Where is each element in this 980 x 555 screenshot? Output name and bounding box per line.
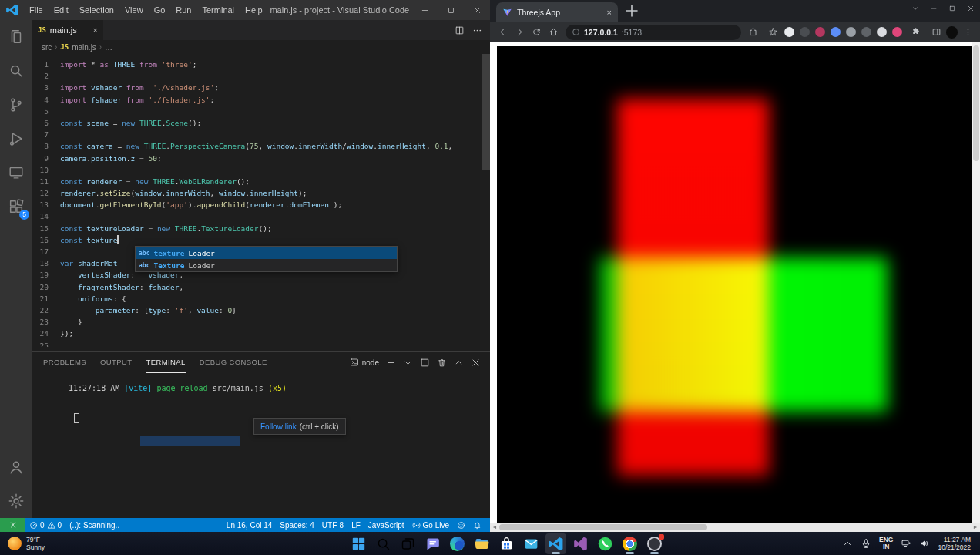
breadcrumb-file[interactable]: main.js (72, 43, 96, 52)
activity-extensions-icon[interactable]: 5 (0, 190, 32, 224)
taskbar-whatsapp-icon[interactable] (595, 533, 616, 554)
taskbar-vscode-icon[interactable] (545, 533, 566, 554)
terminal[interactable]: 11:27:18 AM [vite] page reload src/main.… (32, 373, 490, 519)
taskbar-store-icon[interactable] (496, 533, 517, 554)
remote-indicator[interactable] (0, 518, 25, 532)
activity-settings-icon[interactable] (0, 484, 32, 518)
split-icon[interactable] (420, 358, 430, 368)
activity-search-icon[interactable] (0, 54, 32, 88)
taskbar-mail-icon[interactable] (521, 533, 542, 554)
hidden-icons-chevron[interactable] (842, 538, 853, 549)
tab-close-icon[interactable]: × (93, 25, 98, 35)
extension-gray-gear[interactable] (846, 27, 856, 37)
new-tab-button[interactable] (623, 2, 641, 20)
menu-edit[interactable]: Edit (49, 0, 74, 20)
panel-tab-debug-console[interactable]: DEBUG CONSOLE (200, 352, 267, 373)
weather-widget[interactable]: 79°F Sunny (0, 536, 116, 551)
menu-go[interactable]: Go (149, 0, 171, 20)
tab-search-chevron-icon[interactable] (906, 0, 925, 17)
trash-icon[interactable] (437, 358, 447, 368)
taskbar-task-view-icon[interactable] (398, 533, 418, 554)
menu-file[interactable]: File (24, 0, 49, 20)
problems-indicator[interactable]: 0 0 (25, 521, 65, 530)
follow-link-text[interactable]: Follow link (260, 422, 297, 431)
extension-blue-printer[interactable] (831, 27, 841, 37)
autocomplete-item[interactable]: abcTextureLoader (136, 259, 397, 271)
split-editor-icon[interactable] (455, 25, 465, 35)
activity-explorer-icon[interactable] (0, 20, 32, 54)
page-vertical-scrollbar[interactable] (972, 42, 980, 523)
close-button[interactable] (464, 0, 490, 20)
minimize-button[interactable] (925, 0, 943, 17)
browser-menu-kebab-icon[interactable] (961, 25, 975, 40)
network-icon[interactable] (901, 538, 911, 549)
chevron-down-icon[interactable] (403, 358, 413, 368)
reload-icon[interactable] (529, 25, 544, 40)
profile-avatar[interactable] (946, 26, 958, 39)
taskbar-edge-icon[interactable] (447, 533, 468, 554)
tab-close-icon[interactable]: × (607, 8, 612, 17)
scroll-right-arrow-icon[interactable]: ► (972, 524, 978, 530)
side-panel-icon[interactable] (929, 25, 945, 40)
language-indicator[interactable]: ENG IN (879, 536, 893, 550)
scrollbar-thumb[interactable] (499, 524, 707, 530)
autocomplete-item[interactable]: abctextureLoader (136, 247, 397, 259)
minimize-button[interactable] (411, 0, 438, 20)
microphone-icon[interactable] (861, 538, 871, 549)
extension-white-circle[interactable] (784, 27, 794, 37)
share-icon[interactable] (746, 25, 761, 40)
close-button[interactable] (962, 0, 980, 17)
taskbar-start-icon[interactable] (348, 533, 369, 554)
page-horizontal-scrollbar[interactable]: ◄ ► (490, 523, 980, 532)
clock[interactable]: 11:27 AM 10/21/2022 (938, 536, 971, 551)
activity-source-control-icon[interactable] (0, 88, 32, 122)
status-spaces-4[interactable]: Spaces: 4 (276, 521, 317, 530)
speaker-icon[interactable] (919, 538, 930, 549)
menu-terminal[interactable]: Terminal (197, 0, 240, 20)
status-go-live[interactable]: Go Live (408, 521, 453, 530)
site-info-icon[interactable] (572, 28, 580, 36)
tab-main-js[interactable]: JS main.js × (32, 20, 103, 40)
plus-icon[interactable] (386, 358, 396, 368)
breadcrumb[interactable]: src › JS main.js › … (32, 40, 490, 54)
menu-selection[interactable]: Selection (74, 0, 119, 20)
code-editor[interactable]: 1import * as THREE from 'three';23import… (32, 54, 490, 347)
browser-tab-threejs-app[interactable]: Threejs App × (496, 2, 618, 22)
activity-run-and-debug-icon[interactable] (0, 122, 32, 156)
editor-vertical-scrollbar[interactable] (482, 54, 490, 170)
puzzle-icon[interactable] (908, 25, 924, 40)
terminal-shell-selector[interactable]: node (350, 358, 379, 367)
star-icon[interactable] (766, 25, 781, 40)
taskbar-visual-studio-icon[interactable] (570, 533, 591, 554)
activity-remote-explorer-icon[interactable] (0, 156, 32, 190)
status-feedback[interactable] (453, 521, 469, 530)
back-icon[interactable] (495, 25, 510, 40)
maximize-button[interactable] (438, 0, 464, 20)
taskbar-tb-search-icon[interactable] (373, 533, 394, 554)
status-javascript[interactable]: JavaScript (364, 521, 408, 530)
taskbar-chat-icon[interactable] (422, 533, 443, 554)
maximize-button[interactable] (943, 0, 962, 17)
close-icon[interactable] (471, 358, 481, 368)
extension-crimson-flag[interactable] (815, 27, 825, 37)
taskbar-chrome-icon[interactable] (619, 533, 640, 554)
breadcrumb-folder[interactable]: src (42, 43, 52, 52)
scrollbar-thumb[interactable] (973, 45, 979, 161)
home-icon[interactable] (545, 25, 561, 40)
breadcrumb-symbol[interactable]: … (105, 43, 112, 52)
status-lf[interactable]: LF (347, 521, 364, 530)
extension-light-page[interactable] (877, 27, 887, 37)
address-bar[interactable]: 127.0.0.1 :5173 (566, 25, 741, 40)
status-bell[interactable] (469, 521, 485, 530)
taskbar-folder-icon[interactable] (472, 533, 492, 554)
extension-pink-circle[interactable] (892, 27, 902, 37)
menu-help[interactable]: Help (240, 0, 268, 20)
menu-run[interactable]: Run (170, 0, 196, 20)
forward-icon[interactable] (512, 25, 527, 40)
activity-accounts-icon[interactable] (0, 450, 32, 484)
panel-tab-terminal[interactable]: TERMINAL (146, 352, 185, 373)
threejs-canvas[interactable] (497, 46, 972, 523)
spell-checker-status[interactable]: (..): Scanning.. (65, 521, 123, 530)
scroll-left-arrow-icon[interactable]: ◄ (492, 524, 498, 530)
status-ln-16-col-14[interactable]: Ln 16, Col 14 (223, 521, 277, 530)
